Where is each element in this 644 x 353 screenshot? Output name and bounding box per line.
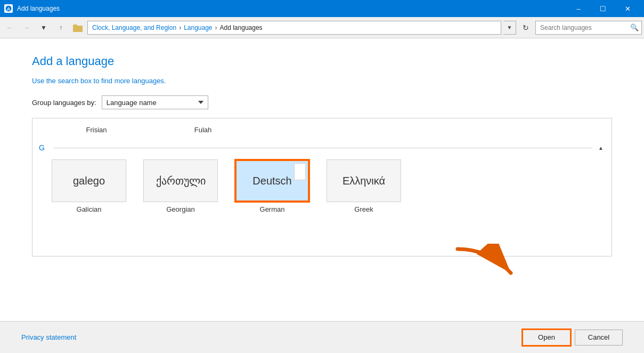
lang-card-georgian-inner: ქართული <box>143 159 218 202</box>
lang-frisian[interactable]: Frisian <box>43 123 150 137</box>
dropdown-nav-button[interactable]: ▼ <box>36 20 51 35</box>
top-language-row: Frisian Fulah <box>32 118 612 141</box>
svg-text:A: A <box>7 6 11 12</box>
address-bar: ← → ▼ ↑ Clock, Language, and Region › La… <box>0 17 644 38</box>
main-content: Add a language Use the search box to fin… <box>0 38 644 256</box>
bottom-bar: Privacy statement Open Cancel <box>0 321 644 353</box>
title-bar: A Add languages – ☐ ✕ <box>0 0 644 17</box>
breadcrumb-sep-2: › <box>215 24 217 31</box>
search-box: 🔍 <box>535 21 642 35</box>
breadcrumb-item-1: Clock, Language, and Region <box>92 24 176 31</box>
lang-card-german-inner: Deutsch <box>235 159 309 202</box>
group-by-label: Group languages by: <box>32 99 96 107</box>
open-button[interactable]: Open <box>523 330 570 346</box>
lang-galician-label: Galician <box>77 205 102 213</box>
lang-german-label: German <box>260 205 285 213</box>
window-title: Add languages <box>17 5 566 12</box>
search-input[interactable] <box>536 24 627 31</box>
forward-button[interactable]: → <box>19 20 34 35</box>
subtitle: Use the search box to find more language… <box>32 77 612 85</box>
breadcrumb[interactable]: Clock, Language, and Region › Language ›… <box>87 21 501 35</box>
breadcrumb-item-3: Add languages <box>220 24 263 31</box>
back-button[interactable]: ← <box>2 20 17 35</box>
search-button[interactable]: 🔍 <box>627 21 641 34</box>
address-dropdown-button[interactable]: ▼ <box>503 21 516 35</box>
section-g-line <box>54 148 592 148</box>
lang-card-georgian[interactable]: ქართული Georgian <box>138 159 223 213</box>
group-by-select[interactable]: Language name Script <box>102 95 208 109</box>
app-icon: A <box>4 4 13 13</box>
content-wrapper: Add a language Use the search box to fin… <box>0 38 644 353</box>
g-section-header: G ▲ <box>32 141 612 154</box>
minimize-button[interactable]: – <box>566 0 591 17</box>
language-container: Frisian Fulah G ▲ <box>32 118 612 256</box>
window-controls: – ☐ ✕ <box>566 0 640 17</box>
g-section-grid: galego Galician ქართული Georgian <box>32 154 612 223</box>
maximize-button[interactable]: ☐ <box>591 0 615 17</box>
lang-card-greek[interactable]: Ελληνικά Greek <box>321 159 406 213</box>
lang-greek-native: Ελληνικά <box>343 175 385 187</box>
action-buttons: Open Cancel <box>523 330 623 346</box>
page-title: Add a language <box>32 54 612 68</box>
section-g-letter: G <box>39 143 50 152</box>
svg-rect-3 <box>73 25 77 27</box>
lang-greek-label: Greek <box>354 205 373 213</box>
close-button[interactable]: ✕ <box>615 0 640 17</box>
lang-german-native: Deutsch <box>252 175 291 187</box>
refresh-button[interactable]: ↻ <box>518 20 533 35</box>
group-by-row: Group languages by: Language name Script <box>32 95 612 109</box>
breadcrumb-item-2: Language <box>184 24 212 31</box>
lang-card-greek-inner: Ελληνικά <box>327 159 401 202</box>
breadcrumb-sep-1: › <box>179 24 181 31</box>
language-scroll[interactable]: Frisian Fulah G ▲ <box>32 118 612 256</box>
lang-georgian-label: Georgian <box>166 205 194 213</box>
lang-georgian-native: ქართული <box>156 174 206 187</box>
lang-fulah[interactable]: Fulah <box>150 123 256 137</box>
lang-galician-native: galego <box>73 175 105 187</box>
folder-icon <box>72 22 83 33</box>
cancel-button[interactable]: Cancel <box>575 330 623 346</box>
lang-card-german[interactable]: Deutsch German <box>230 159 315 213</box>
section-g-collapse[interactable]: ▲ <box>597 143 605 152</box>
privacy-link[interactable]: Privacy statement <box>21 333 76 341</box>
up-button[interactable]: ↑ <box>53 20 68 35</box>
lang-card-galician-inner: galego <box>52 159 126 202</box>
lang-card-galician[interactable]: galego Galician <box>46 159 132 213</box>
